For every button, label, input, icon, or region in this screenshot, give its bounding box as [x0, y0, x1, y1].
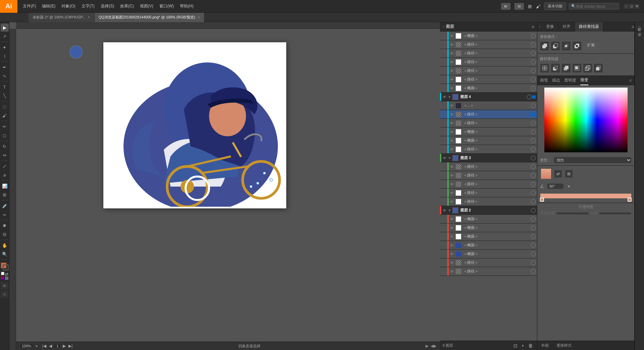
- minimize-button[interactable]: －: [624, 4, 629, 9]
- layer-item-selected[interactable]: 👁 ＜路径＞: [440, 110, 537, 119]
- tool-line[interactable]: ╲: [1, 92, 9, 100]
- layer-item[interactable]: 👁 ＜路径＞: [440, 119, 537, 128]
- group-collapse-2[interactable]: ▼: [447, 209, 452, 212]
- zoom-value[interactable]: 100%: [19, 343, 34, 349]
- tool-magic-wand[interactable]: ✦: [1, 43, 9, 51]
- eye-icon[interactable]: 👁: [449, 260, 455, 266]
- layer-target[interactable]: [531, 77, 536, 82]
- eye-icon[interactable]: 👁: [449, 181, 455, 187]
- eye-icon[interactable]: 👁: [449, 68, 455, 74]
- tool-scale[interactable]: ⤢: [1, 162, 9, 170]
- menu-window[interactable]: 窗口(W): [157, 2, 177, 10]
- layers-collapse-left[interactable]: «: [443, 25, 445, 29]
- tool-pen[interactable]: ✒: [1, 63, 9, 71]
- layer-target[interactable]: [527, 112, 532, 117]
- layer-item[interactable]: 👁 ＜路径＞: [440, 267, 537, 276]
- tool-eyedropper[interactable]: 💉: [1, 202, 9, 210]
- props-collapse-left[interactable]: «: [537, 25, 542, 29]
- layer-item[interactable]: 👁 ＜路径＞: [440, 197, 537, 206]
- layer-target[interactable]: [531, 138, 536, 143]
- eye-icon[interactable]: 👁: [441, 94, 447, 100]
- menu-help[interactable]: 帮助(H): [177, 2, 196, 10]
- layer-item[interactable]: 👁 ＜...＞: [440, 101, 537, 110]
- none-swatch[interactable]: [5, 277, 8, 280]
- eye-icon[interactable]: 👁: [449, 103, 455, 109]
- menu-file[interactable]: 文件(F): [20, 2, 39, 10]
- layer-item[interactable]: 👁 ＜椭圆＞: [440, 128, 537, 136]
- layer-target[interactable]: [531, 217, 536, 221]
- eye-icon[interactable]: 👁: [449, 199, 455, 205]
- eye-icon[interactable]: 👁: [449, 42, 455, 48]
- layer-target[interactable]: [531, 208, 536, 213]
- eye-icon[interactable]: 👁: [449, 50, 455, 56]
- layer-target[interactable]: [531, 147, 536, 152]
- layer-target[interactable]: [531, 191, 536, 195]
- stock-button[interactable]: St: [514, 3, 524, 10]
- tab-properties-vertical[interactable]: 属: [636, 32, 643, 37]
- stroke-menu-button[interactable]: ≡: [629, 78, 632, 83]
- layer-target[interactable]: [531, 86, 536, 91]
- gradient-swatch-small[interactable]: [1, 277, 4, 280]
- layer-target[interactable]: [531, 164, 536, 169]
- gradient-color-box[interactable]: [540, 168, 552, 180]
- menu-edit[interactable]: 编辑(E): [39, 2, 58, 10]
- canvas-workspace[interactable]: [16, 29, 440, 342]
- none-icon[interactable]: [1, 272, 4, 275]
- layer-item[interactable]: 👁 ＜椭圆＞: [440, 232, 537, 241]
- tool-paintbrush[interactable]: 🖌: [1, 111, 9, 119]
- tool-column[interactable]: ⊟: [1, 230, 9, 238]
- menu-effect[interactable]: 效果(C): [117, 2, 137, 10]
- layer-target[interactable]: [531, 51, 536, 56]
- opacity-slider[interactable]: [556, 212, 589, 215]
- expand-button[interactable]: 扩展: [583, 41, 599, 51]
- layer-target[interactable]: [531, 103, 536, 108]
- layer-item[interactable]: 👁 ＜路径＞: [440, 58, 537, 66]
- next-button[interactable]: ▶: [62, 344, 66, 348]
- eye-icon[interactable]: 👁: [441, 155, 447, 161]
- maximize-button[interactable]: □: [629, 4, 634, 9]
- next-page-button[interactable]: ▶|: [68, 344, 73, 348]
- tab-gradient[interactable]: 渐变: [580, 76, 588, 85]
- tab-graph-style[interactable]: 图形样式: [553, 343, 576, 348]
- layers-menu-button[interactable]: ≡: [532, 24, 534, 30]
- layer-target[interactable]: [531, 260, 536, 265]
- make-clipping-button[interactable]: ⊡: [512, 342, 519, 349]
- eye-icon[interactable]: 👁: [449, 138, 455, 144]
- layer-target[interactable]: [531, 243, 536, 248]
- layer-target[interactable]: [531, 182, 536, 187]
- intersect-button[interactable]: [561, 41, 571, 51]
- layer-target[interactable]: [531, 173, 536, 178]
- menu-view[interactable]: 视图(V): [137, 2, 156, 10]
- tool-type[interactable]: T: [1, 83, 9, 91]
- layer-item[interactable]: 👁 ＜椭圆＞: [440, 241, 537, 250]
- divide-button[interactable]: [540, 63, 549, 73]
- prev-page-button[interactable]: |◀: [42, 344, 47, 348]
- tool-mirror[interactable]: ⇔: [1, 151, 9, 159]
- gradient-bar[interactable]: [540, 193, 632, 199]
- bridge-button[interactable]: Br: [501, 3, 510, 10]
- tool-select[interactable]: ▶: [1, 23, 9, 32]
- outline-button[interactable]: [583, 63, 592, 73]
- search-box[interactable]: 🔍: [569, 3, 619, 9]
- layer-item[interactable]: 👁 ＜椭圆＞: [440, 136, 537, 145]
- grid-icon[interactable]: ⊞: [527, 3, 533, 10]
- tool-curvature[interactable]: ∿: [1, 72, 9, 80]
- search-input[interactable]: [576, 4, 616, 8]
- crop-button[interactable]: [572, 63, 582, 73]
- layer-item[interactable]: 👁 ＜路径＞: [440, 66, 537, 75]
- eye-icon[interactable]: 👁: [449, 251, 455, 257]
- layer-group-3[interactable]: 👁 ▼ 图层 3: [440, 154, 537, 162]
- eye-icon[interactable]: 👁: [449, 146, 455, 152]
- artboard-icon[interactable]: ⊡: [1, 291, 9, 298]
- layer-target[interactable]: [527, 95, 532, 99]
- tab-0-close[interactable]: ✕: [88, 15, 90, 19]
- layer-target[interactable]: [531, 226, 536, 230]
- layer-target[interactable]: [531, 42, 536, 47]
- layer-target[interactable]: [531, 234, 536, 239]
- status-nav-1[interactable]: ▶: [426, 344, 429, 348]
- tool-eraser[interactable]: ◻: [1, 131, 9, 139]
- tool-pencil[interactable]: ✏: [1, 122, 9, 131]
- layer-item[interactable]: 👁 ＜椭圆＞: [440, 250, 537, 258]
- menu-type[interactable]: 文字(T): [79, 2, 97, 10]
- layer-target[interactable]: [531, 252, 536, 256]
